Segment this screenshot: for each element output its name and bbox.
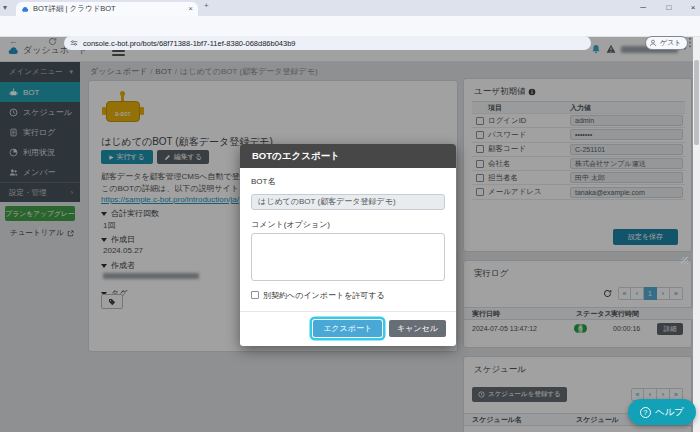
bot-name-label: BOT名	[251, 176, 445, 187]
address-bar[interactable]: console.c-bot.pro/bots/68f71388-1bf7-11e…	[64, 36, 591, 50]
allow-import-row: 別契約へのインポートを許可する	[251, 290, 445, 301]
browser-tab[interactable]: BOT詳細 | クラウドBOT ×	[16, 2, 198, 16]
window-minimize-button[interactable]: ─	[634, 0, 652, 15]
window-maximize-button[interactable]: □	[660, 0, 678, 15]
browser-tabstrip: ▾ BOT詳細 | クラウドBOT × + ─ □ ×	[0, 0, 700, 16]
tab-title: BOT詳細 | クラウドBOT	[33, 4, 184, 14]
tab-close-icon[interactable]: ×	[188, 5, 193, 13]
tab-search-icon[interactable]: ▾	[3, 4, 7, 12]
new-tab-button[interactable]: +	[204, 2, 209, 10]
modal-footer: エクスポート キャンセル	[240, 311, 456, 346]
comment-label: コメント(オプション)	[251, 219, 445, 230]
cancel-button[interactable]: キャンセル	[389, 320, 446, 337]
favicon-cloud-icon	[21, 5, 29, 13]
scrollbar-thumb[interactable]	[694, 60, 699, 145]
export-modal: BOTのエクスポート BOT名 コメント(オプション) 別契約へのインポートを許…	[240, 144, 456, 346]
allow-import-checkbox[interactable]	[251, 291, 259, 299]
browser-toolbar: ← → console.c-bot.pro/bots/68f71388-1bf7…	[0, 16, 700, 37]
browser-menu-icon[interactable]	[688, 37, 692, 48]
screen: ▾ BOT詳細 | クラウドBOT × + ─ □ × ← → console.…	[0, 0, 700, 432]
modal-header: BOTのエクスポート	[240, 144, 456, 168]
profile-chip[interactable]: ゲスト	[645, 36, 688, 50]
window-close-button[interactable]: ×	[684, 0, 700, 15]
modal-title: BOTのエクスポート	[252, 150, 340, 163]
forward-button[interactable]: →	[29, 37, 38, 46]
modal-body: BOT名 コメント(オプション) 別契約へのインポートを許可する	[240, 168, 456, 301]
question-icon: ?	[640, 407, 651, 418]
reload-icon[interactable]	[48, 37, 57, 46]
site-settings-icon[interactable]	[70, 39, 78, 47]
textarea-resize-grip[interactable]	[681, 257, 688, 264]
help-label: ヘルプ	[655, 406, 684, 419]
guest-avatar-icon	[649, 39, 657, 47]
profile-label: ゲスト	[660, 38, 682, 48]
help-button[interactable]: ? ヘルプ	[628, 399, 696, 425]
allow-import-label: 別契約へのインポートを許可する	[263, 290, 385, 301]
comment-textarea[interactable]	[251, 233, 445, 281]
export-button[interactable]: エクスポート	[313, 320, 382, 337]
bot-name-input[interactable]	[251, 194, 445, 210]
url-text: console.c-bot.pro/bots/68f71388-1bf7-11e…	[83, 39, 296, 48]
back-button[interactable]: ←	[9, 37, 18, 46]
